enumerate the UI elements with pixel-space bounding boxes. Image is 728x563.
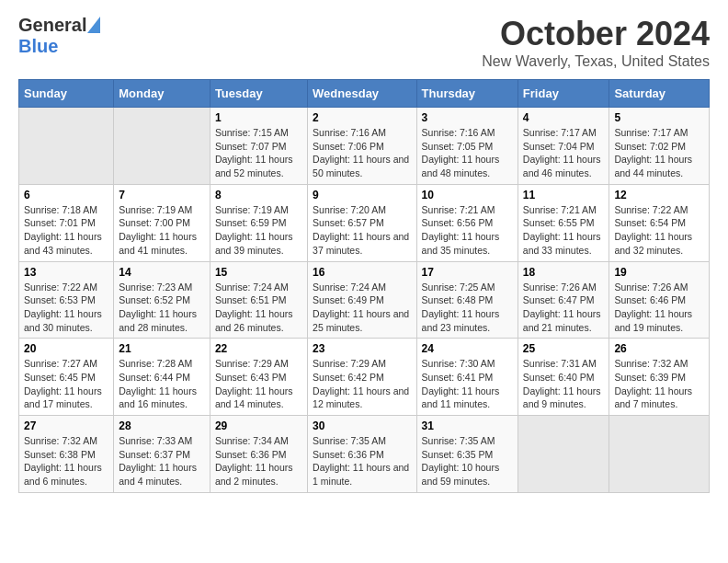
day-cell: 10Sunrise: 7:21 AMSunset: 6:56 PMDayligh…	[416, 184, 518, 261]
col-sunday: Sunday	[19, 80, 114, 108]
day-number: 8	[215, 189, 302, 201]
day-info: Sunrise: 7:30 AMSunset: 6:41 PMDaylight:…	[422, 357, 513, 411]
day-info: Sunrise: 7:26 AMSunset: 6:46 PMDaylight:…	[614, 281, 704, 335]
day-cell: 8Sunrise: 7:19 AMSunset: 6:59 PMDaylight…	[210, 184, 307, 261]
day-cell	[19, 108, 114, 185]
day-cell: 6Sunrise: 7:18 AMSunset: 7:01 PMDaylight…	[19, 184, 114, 261]
day-info: Sunrise: 7:28 AMSunset: 6:44 PMDaylight:…	[119, 357, 205, 411]
day-cell: 21Sunrise: 7:28 AMSunset: 6:44 PMDayligh…	[114, 339, 210, 416]
day-cell: 22Sunrise: 7:29 AMSunset: 6:43 PMDayligh…	[210, 339, 307, 416]
day-number: 19	[614, 266, 704, 279]
day-info: Sunrise: 7:27 AMSunset: 6:45 PMDaylight:…	[24, 357, 108, 411]
day-number: 18	[523, 266, 605, 279]
col-friday: Friday	[518, 80, 609, 108]
day-number: 20	[24, 342, 108, 355]
calendar-subtitle: New Waverly, Texas, United States	[482, 53, 710, 70]
day-number: 16	[313, 266, 411, 279]
day-info: Sunrise: 7:19 AMSunset: 6:59 PMDaylight:…	[215, 203, 302, 258]
day-cell: 5Sunrise: 7:17 AMSunset: 7:02 PMDaylight…	[609, 108, 710, 185]
day-cell: 26Sunrise: 7:32 AMSunset: 6:39 PMDayligh…	[609, 339, 710, 416]
week-row-3: 13Sunrise: 7:22 AMSunset: 6:53 PMDayligh…	[19, 261, 710, 339]
day-number: 4	[523, 111, 605, 124]
day-info: Sunrise: 7:35 AMSunset: 6:36 PMDaylight:…	[313, 434, 411, 488]
day-cell: 28Sunrise: 7:33 AMSunset: 6:37 PMDayligh…	[114, 416, 210, 493]
day-cell: 31Sunrise: 7:35 AMSunset: 6:35 PMDayligh…	[416, 416, 518, 493]
logo-blue-text: Blue	[18, 36, 58, 57]
day-cell: 1Sunrise: 7:15 AMSunset: 7:07 PMDaylight…	[210, 108, 307, 185]
day-info: Sunrise: 7:25 AMSunset: 6:48 PMDaylight:…	[422, 281, 513, 335]
day-info: Sunrise: 7:32 AMSunset: 6:38 PMDaylight:…	[24, 434, 108, 488]
day-cell: 24Sunrise: 7:30 AMSunset: 6:41 PMDayligh…	[416, 339, 518, 416]
col-wednesday: Wednesday	[308, 80, 416, 108]
day-number: 22	[215, 342, 302, 355]
day-info: Sunrise: 7:33 AMSunset: 6:37 PMDaylight:…	[119, 434, 205, 488]
day-cell	[114, 108, 210, 185]
day-cell: 27Sunrise: 7:32 AMSunset: 6:38 PMDayligh…	[19, 416, 114, 493]
day-info: Sunrise: 7:19 AMSunset: 7:00 PMDaylight:…	[119, 203, 205, 258]
day-info: Sunrise: 7:21 AMSunset: 6:56 PMDaylight:…	[422, 203, 513, 258]
day-number: 17	[422, 266, 513, 279]
day-number: 6	[24, 189, 108, 201]
day-info: Sunrise: 7:32 AMSunset: 6:39 PMDaylight:…	[614, 357, 704, 411]
logo-arrow-icon	[87, 17, 100, 33]
day-number: 28	[119, 419, 205, 432]
day-number: 21	[119, 342, 205, 355]
day-cell: 9Sunrise: 7:20 AMSunset: 6:57 PMDaylight…	[308, 184, 416, 261]
day-info: Sunrise: 7:23 AMSunset: 6:52 PMDaylight:…	[119, 281, 205, 335]
day-info: Sunrise: 7:31 AMSunset: 6:40 PMDaylight:…	[523, 357, 605, 411]
week-row-4: 20Sunrise: 7:27 AMSunset: 6:45 PMDayligh…	[19, 339, 710, 416]
day-number: 7	[119, 189, 205, 201]
day-number: 10	[422, 189, 513, 201]
day-number: 31	[422, 419, 513, 432]
day-cell: 19Sunrise: 7:26 AMSunset: 6:46 PMDayligh…	[609, 261, 710, 339]
week-row-2: 6Sunrise: 7:18 AMSunset: 7:01 PMDaylight…	[19, 184, 710, 261]
day-info: Sunrise: 7:26 AMSunset: 6:47 PMDaylight:…	[523, 281, 605, 335]
day-cell: 18Sunrise: 7:26 AMSunset: 6:47 PMDayligh…	[518, 261, 609, 339]
calendar-table: Sunday Monday Tuesday Wednesday Thursday…	[18, 79, 710, 493]
day-cell: 15Sunrise: 7:24 AMSunset: 6:51 PMDayligh…	[210, 261, 307, 339]
day-number: 5	[614, 111, 704, 124]
day-cell: 7Sunrise: 7:19 AMSunset: 7:00 PMDaylight…	[114, 184, 210, 261]
day-cell: 23Sunrise: 7:29 AMSunset: 6:42 PMDayligh…	[308, 339, 416, 416]
page: General Blue October 2024 New Waverly, T…	[0, 0, 728, 508]
day-info: Sunrise: 7:24 AMSunset: 6:49 PMDaylight:…	[313, 281, 411, 335]
day-number: 9	[313, 189, 411, 201]
day-cell: 29Sunrise: 7:34 AMSunset: 6:36 PMDayligh…	[210, 416, 307, 493]
logo-general-text: General	[18, 15, 86, 36]
day-cell: 30Sunrise: 7:35 AMSunset: 6:36 PMDayligh…	[308, 416, 416, 493]
day-number: 14	[119, 266, 205, 279]
col-tuesday: Tuesday	[210, 80, 307, 108]
day-info: Sunrise: 7:22 AMSunset: 6:54 PMDaylight:…	[614, 203, 704, 258]
day-number: 23	[313, 342, 411, 355]
day-info: Sunrise: 7:18 AMSunset: 7:01 PMDaylight:…	[24, 203, 108, 258]
day-number: 11	[523, 189, 605, 201]
day-number: 13	[24, 266, 108, 279]
day-number: 24	[422, 342, 513, 355]
day-cell: 13Sunrise: 7:22 AMSunset: 6:53 PMDayligh…	[19, 261, 114, 339]
day-cell: 12Sunrise: 7:22 AMSunset: 6:54 PMDayligh…	[609, 184, 710, 261]
day-info: Sunrise: 7:15 AMSunset: 7:07 PMDaylight:…	[215, 126, 302, 180]
day-info: Sunrise: 7:16 AMSunset: 7:05 PMDaylight:…	[422, 126, 513, 180]
title-block: October 2024 New Waverly, Texas, United …	[482, 15, 710, 70]
day-info: Sunrise: 7:17 AMSunset: 7:04 PMDaylight:…	[523, 126, 605, 180]
col-thursday: Thursday	[416, 80, 518, 108]
day-info: Sunrise: 7:17 AMSunset: 7:02 PMDaylight:…	[614, 126, 704, 180]
day-number: 12	[614, 189, 704, 201]
day-number: 30	[313, 419, 411, 432]
day-cell: 11Sunrise: 7:21 AMSunset: 6:55 PMDayligh…	[518, 184, 609, 261]
day-cell	[518, 416, 609, 493]
col-monday: Monday	[114, 80, 210, 108]
header: General Blue October 2024 New Waverly, T…	[18, 15, 710, 70]
day-cell: 20Sunrise: 7:27 AMSunset: 6:45 PMDayligh…	[19, 339, 114, 416]
day-info: Sunrise: 7:22 AMSunset: 6:53 PMDaylight:…	[24, 281, 108, 335]
day-cell: 17Sunrise: 7:25 AMSunset: 6:48 PMDayligh…	[416, 261, 518, 339]
day-info: Sunrise: 7:20 AMSunset: 6:57 PMDaylight:…	[313, 203, 411, 258]
day-info: Sunrise: 7:35 AMSunset: 6:35 PMDaylight:…	[422, 434, 513, 488]
day-cell: 16Sunrise: 7:24 AMSunset: 6:49 PMDayligh…	[308, 261, 416, 339]
col-saturday: Saturday	[609, 80, 710, 108]
day-number: 29	[215, 419, 302, 432]
day-number: 27	[24, 419, 108, 432]
day-cell	[609, 416, 710, 493]
day-cell: 3Sunrise: 7:16 AMSunset: 7:05 PMDaylight…	[416, 108, 518, 185]
day-number: 1	[215, 111, 302, 124]
